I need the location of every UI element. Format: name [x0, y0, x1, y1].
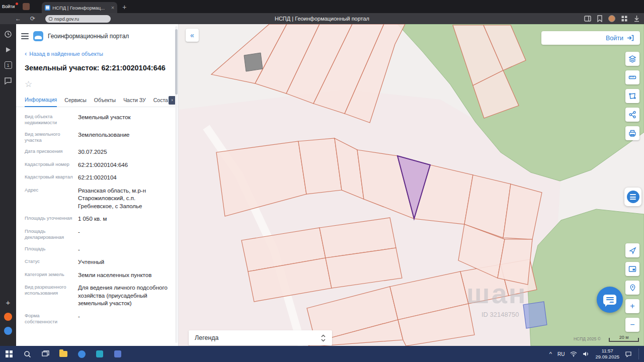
panel-scrollbar-thumb[interactable]: [175, 29, 178, 95]
locate-button[interactable]: [625, 243, 639, 257]
map-area: шан ID 32148750 « Войти: [179, 24, 644, 346]
legend-toggle[interactable]: Легенда: [189, 330, 332, 345]
measure-area-button[interactable]: [625, 89, 639, 103]
app-button[interactable]: [91, 346, 109, 362]
tabs-scroll-button[interactable]: ›: [169, 96, 176, 105]
browser-tab[interactable]: НСПД | Геоинформац... ×: [42, 2, 117, 13]
download-icon[interactable]: [633, 15, 640, 22]
chevron-left-icon: ‹: [25, 50, 27, 57]
tab-services[interactable]: Сервисы: [64, 97, 87, 107]
menu-icon[interactable]: [21, 33, 29, 39]
assistant-widget-button[interactable]: [624, 188, 641, 206]
browser-tabstrip: Войти НСПД | Геоинформац... × +: [0, 0, 644, 13]
overview-map-icon: [628, 265, 636, 273]
browser-logo-icon[interactable]: [4, 313, 12, 321]
field-row: Форма собственности-: [25, 313, 171, 325]
wifi-icon[interactable]: [570, 351, 577, 357]
back-to-results-link[interactable]: ‹ Назад в найденные объекты: [16, 45, 178, 57]
assistant-icon[interactable]: [4, 327, 12, 335]
new-tab-button[interactable]: +: [122, 3, 126, 11]
location-arrow-icon: [629, 247, 636, 254]
portal-logo-icon[interactable]: [33, 31, 43, 41]
panel-tabs: Информация Сервисы Объекты Части ЗУ Сост…: [16, 89, 178, 107]
tray-expand-icon[interactable]: ^: [549, 351, 552, 357]
start-button[interactable]: [0, 346, 18, 362]
field-row: Вид земельного участкаЗемлепользование: [25, 131, 171, 144]
address-text: nspd.gov.ru: [54, 16, 79, 22]
file-explorer-button[interactable]: [54, 346, 72, 362]
tab-information[interactable]: Информация: [25, 97, 57, 107]
print-button[interactable]: [625, 126, 639, 140]
layers-icon: [628, 55, 636, 63]
support-chat-button[interactable]: [597, 287, 623, 313]
field-row: АдресРязанская область, м.р-н Старожилов…: [25, 187, 171, 211]
login-arrow-icon: [627, 35, 634, 41]
history-icon[interactable]: [4, 30, 12, 38]
clock[interactable]: 11:57 29.09.2025: [595, 348, 619, 360]
search-icon: [24, 350, 31, 358]
map-attribution: НСПД 2025 ©: [574, 336, 601, 341]
zoom-in-button[interactable]: +: [625, 299, 639, 313]
field-row: Вид объекта недвижимостиЗемельный участо…: [25, 114, 171, 126]
volume-icon[interactable]: [583, 351, 590, 357]
tab-counter[interactable]: 1: [5, 61, 12, 69]
field-row: Категория земельЗемли населенных пунктов: [25, 272, 171, 280]
favorite-star-icon[interactable]: ☆: [16, 73, 178, 89]
sidebar-add-icon[interactable]: +: [6, 298, 11, 307]
share-button[interactable]: [625, 108, 639, 122]
browser-app-button[interactable]: [72, 346, 91, 362]
field-row: Кадастровый квартал62:21:0020104: [25, 174, 171, 182]
browser-app-icon: [78, 350, 86, 358]
map-canvas[interactable]: [179, 24, 644, 346]
page-title: НСПД | Геоинформационный портал: [151, 16, 493, 22]
cadastral-parcels[interactable]: [211, 24, 542, 346]
chat-bubble-icon: [603, 295, 616, 305]
folder-icon: [59, 351, 67, 357]
notification-dot: [16, 3, 18, 5]
overview-map-button[interactable]: [625, 262, 639, 276]
layers-button[interactable]: [625, 52, 639, 66]
field-row: Площадь декларированная-: [25, 228, 171, 241]
zoom-out-button[interactable]: −: [625, 318, 639, 332]
field-row: Площадь уточненная1 050 кв. м: [25, 215, 171, 223]
tab-parts[interactable]: Части ЗУ: [123, 97, 146, 107]
tab-composition[interactable]: Соста: [153, 97, 168, 107]
collections-icon[interactable]: [621, 15, 628, 22]
address-bar[interactable]: nspd.gov.ru: [45, 15, 111, 23]
ruler-button[interactable]: [625, 70, 639, 84]
assistant-widget-icon: [627, 191, 639, 203]
expand-collapse-icon: [320, 334, 326, 342]
avatar[interactable]: [608, 15, 615, 22]
browser-profile-login[interactable]: Войти: [2, 4, 15, 9]
windows-logo-icon: [6, 350, 13, 357]
show-desktop-button[interactable]: [638, 348, 640, 359]
lock-icon: [49, 17, 52, 21]
bookmark-flag-icon[interactable]: [597, 15, 603, 22]
clock-time: 11:57: [595, 348, 619, 354]
browser-sidebar: 1 +: [0, 24, 16, 346]
language-indicator[interactable]: RU: [557, 351, 565, 357]
collapse-panel-button[interactable]: «: [186, 29, 199, 42]
field-row: Кадастровый номер62:21:0020104:646: [25, 161, 171, 169]
measure-area-icon: [628, 92, 636, 100]
task-view-button[interactable]: [36, 346, 54, 362]
teal-app-icon: [96, 350, 103, 357]
login-button[interactable]: Войти: [541, 31, 640, 45]
task-view-icon: [42, 350, 49, 358]
browser-profile-icon[interactable]: [23, 3, 30, 10]
services-icon[interactable]: [5, 46, 12, 53]
panels-icon[interactable]: [584, 15, 591, 22]
blue-parcel[interactable]: [523, 302, 547, 328]
coordinates-button[interactable]: [625, 281, 639, 295]
object-title: Земельный участок: 62:21:0020104:646: [16, 57, 178, 73]
app-button-2[interactable]: [109, 346, 127, 362]
messenger-icon[interactable]: [4, 77, 12, 85]
back-icon[interactable]: ←: [15, 16, 21, 22]
reload-icon[interactable]: ⟳: [30, 16, 35, 22]
field-row: Дата присвоения30.07.2025: [25, 148, 171, 156]
action-center-icon[interactable]: [625, 351, 632, 357]
taskbar-search-button[interactable]: [18, 346, 36, 362]
tab-objects[interactable]: Объекты: [94, 97, 116, 107]
field-row: СтатусУчтенный: [25, 258, 171, 266]
tab-close-icon[interactable]: ×: [111, 5, 114, 11]
